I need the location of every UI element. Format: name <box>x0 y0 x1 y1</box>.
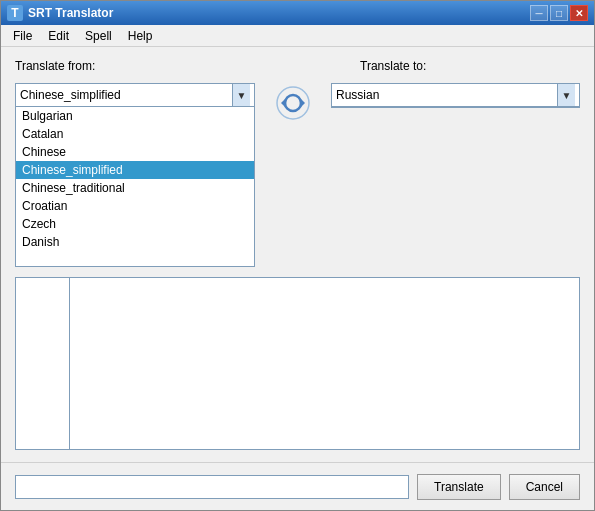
to-section: Russian ▼ <box>331 83 580 108</box>
translate-from-label: Translate from: <box>15 59 255 73</box>
from-select-box[interactable]: Chinese_simplified ▼ <box>15 83 255 107</box>
right-panel <box>70 277 580 450</box>
window-title: SRT Translator <box>28 6 530 20</box>
window-controls: ─ □ ✕ <box>530 5 588 21</box>
menu-bar: File Edit Spell Help <box>1 25 594 47</box>
menu-help[interactable]: Help <box>120 27 161 45</box>
translate-button[interactable]: Translate <box>417 474 501 500</box>
left-panel <box>15 277 70 450</box>
to-text-area <box>331 107 580 108</box>
close-button[interactable]: ✕ <box>570 5 588 21</box>
main-area <box>15 277 580 450</box>
from-selected-value: Chinese_simplified <box>20 88 232 102</box>
bottom-bar: Translate Cancel <box>1 462 594 510</box>
app-icon: T <box>7 5 23 21</box>
minimize-button[interactable]: ─ <box>530 5 548 21</box>
to-select-box[interactable]: Russian ▼ <box>331 83 580 107</box>
list-item-selected[interactable]: Chinese_simplified <box>16 161 254 179</box>
from-list-items[interactable]: Bulgarian Catalan Chinese Chinese_simpli… <box>16 107 254 266</box>
main-window: T SRT Translator ─ □ ✕ File Edit Spell H… <box>0 0 595 511</box>
menu-edit[interactable]: Edit <box>40 27 77 45</box>
menu-spell[interactable]: Spell <box>77 27 120 45</box>
from-section: Chinese_simplified ▼ Bulgarian Catalan C… <box>15 83 255 267</box>
title-bar: T SRT Translator ─ □ ✕ <box>1 1 594 25</box>
list-item[interactable]: Catalan <box>16 125 254 143</box>
svg-marker-2 <box>301 99 305 107</box>
svg-marker-1 <box>281 99 285 107</box>
refresh-button[interactable] <box>273 83 313 123</box>
refresh-icon <box>275 85 311 121</box>
translate-to-label: Translate to: <box>360 59 580 73</box>
list-item[interactable]: Czech <box>16 215 254 233</box>
list-item[interactable]: Danish <box>16 233 254 251</box>
to-dropdown-arrow[interactable]: ▼ <box>557 84 575 106</box>
app-icon-text: T <box>11 6 18 20</box>
from-dropdown-list: Bulgarian Catalan Chinese Chinese_simpli… <box>15 107 255 267</box>
list-item[interactable]: Bulgarian <box>16 107 254 125</box>
status-input[interactable] <box>15 475 409 499</box>
to-selected-value: Russian <box>336 88 557 102</box>
from-dropdown-arrow[interactable]: ▼ <box>232 84 250 106</box>
middle-section <box>263 83 323 123</box>
cancel-button[interactable]: Cancel <box>509 474 580 500</box>
maximize-button[interactable]: □ <box>550 5 568 21</box>
list-item[interactable]: Croatian <box>16 197 254 215</box>
labels-row: Translate from: Translate to: <box>15 59 580 73</box>
content-area: Translate from: Translate to: Chinese_si… <box>1 47 594 462</box>
list-item[interactable]: Chinese <box>16 143 254 161</box>
list-item[interactable]: Chinese_traditional <box>16 179 254 197</box>
menu-file[interactable]: File <box>5 27 40 45</box>
